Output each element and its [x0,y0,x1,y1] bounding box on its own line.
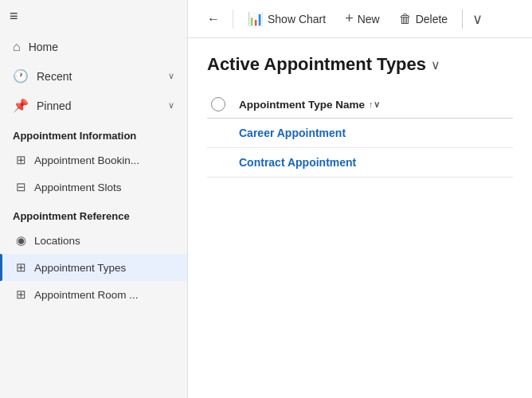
appointment-types-table: Appointment Type Name ↑∨ Career Appointm… [207,91,513,178]
recent-label: Recent [37,70,160,83]
home-label: Home [29,41,174,53]
sidebar-item-home[interactable]: ⌂ Home [0,33,187,61]
sidebar-item-appointment-booking[interactable]: ⊞ Appointment Bookin... [0,146,187,174]
sep1 [233,10,233,29]
row2-name: Contract Appointment [239,156,513,169]
sidebar-item-locations[interactable]: ◉ Locations [0,227,187,254]
sidebar-item-recent[interactable]: 🕐 Recent ∨ [0,61,187,91]
recent-chevron-icon: ∨ [168,71,174,81]
col-name-label: Appointment Type Name [239,99,365,111]
delete-button[interactable]: 🗑 Delete [391,7,456,31]
table-row[interactable]: Career Appointment [207,119,513,148]
sidebar: ≡ ⌂ Home 🕐 Recent ∨ 📌 Pinned ∨ Appointme… [0,0,188,398]
home-icon: ⌂ [13,40,21,54]
new-label: New [358,13,380,25]
sidebar-item-pinned[interactable]: 📌 Pinned ∨ [0,91,187,120]
table-row[interactable]: Contract Appointment [207,148,513,178]
appointment-reference-header: Appointment Reference [0,201,187,227]
pinned-label: Pinned [37,100,160,112]
back-button[interactable]: ← [201,7,226,31]
sidebar-item-appointment-room[interactable]: ⊞ Appointment Room ... [0,281,187,308]
toolbar: ← 📊 Show Chart + New 🗑 Delete ∨ [188,0,532,38]
page-title-row: Active Appointment Types ∨ [207,54,513,75]
clock-icon: 🕐 [13,68,29,84]
more-button[interactable]: ∨ [469,6,486,33]
room-icon: ⊞ [16,287,26,302]
room-label: Appointment Room ... [34,289,139,301]
delete-label: Delete [416,13,448,25]
header-check-col [207,97,229,111]
show-chart-button[interactable]: 📊 Show Chart [240,6,334,31]
select-all-radio[interactable] [211,97,225,111]
show-chart-label: Show Chart [268,13,326,25]
sidebar-item-appointment-slots[interactable]: ⊟ Appointment Slots [0,174,187,201]
content-area: Active Appointment Types ∨ Appointment T… [188,38,532,398]
main-content: ← 📊 Show Chart + New 🗑 Delete ∨ Active A… [188,0,532,398]
sidebar-top: ≡ [0,0,187,33]
header-name-col: Appointment Type Name ↑∨ [239,99,513,111]
locations-label: Locations [34,235,80,247]
pinned-chevron-icon: ∨ [168,100,174,111]
toolbar-separator [462,10,463,29]
sort-icon[interactable]: ↑∨ [369,100,380,110]
trash-icon: 🗑 [399,12,412,26]
slots-icon: ⊟ [16,180,26,194]
contract-appointment-link[interactable]: Contract Appointment [239,156,356,169]
row1-name: Career Appointment [239,127,513,139]
booking-label: Appointment Bookin... [34,154,139,166]
chart-icon: 📊 [248,11,264,26]
career-appointment-link[interactable]: Career Appointment [239,127,346,139]
types-icon: ⊞ [16,260,26,275]
hamburger-icon[interactable]: ≡ [10,8,18,25]
types-label: Appointment Types [34,262,126,274]
slots-label: Appointment Slots [34,181,122,193]
location-icon: ◉ [16,233,26,248]
page-title: Active Appointment Types [207,54,426,75]
booking-icon: ⊞ [16,153,26,167]
appointment-information-header: Appointment Information [0,120,187,146]
pin-icon: 📌 [13,98,29,113]
page-title-chevron-icon[interactable]: ∨ [431,57,440,72]
new-button[interactable]: + New [337,6,388,32]
plus-icon: + [345,10,354,27]
table-header: Appointment Type Name ↑∨ [207,91,513,119]
sidebar-item-appointment-types[interactable]: ⊞ Appointment Types [0,254,187,281]
